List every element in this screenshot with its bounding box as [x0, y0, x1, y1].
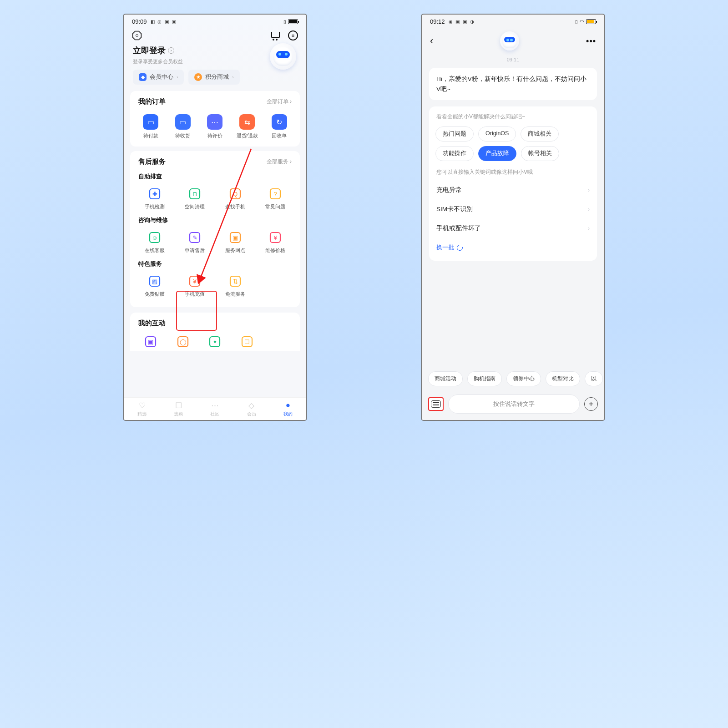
refresh-button[interactable]: 换一批 [435, 238, 591, 253]
more-button[interactable]: ••• [586, 36, 596, 46]
chevron-right-icon: › [588, 206, 590, 212]
sub-consult: 咨询与维修 [135, 216, 295, 230]
question-item[interactable]: 充电异常› [435, 181, 591, 200]
card-service: 售后服务 全部服务 › 自助排查 ✚ 手机检测 ⊓ 空间清理 Q 查找手机 ? [130, 151, 300, 307]
order-item[interactable]: ▭ 待收货 [167, 112, 199, 141]
nav-label: 社区 [210, 411, 219, 417]
plus-button[interactable]: + [584, 397, 598, 411]
service-item[interactable]: ¥ 维修价格 [255, 230, 295, 255]
service-icon: ? [269, 187, 282, 200]
svg-text:?: ? [273, 191, 277, 197]
pill-points[interactable]: ★ 积分商城› [188, 70, 239, 85]
quick-chip[interactable]: 以 [585, 371, 603, 386]
interact-title: 我的互动 [138, 319, 166, 328]
question-item[interactable]: 手机或配件坏了› [435, 219, 591, 238]
message-icon[interactable]: ≡ [288, 30, 298, 40]
voice-input[interactable]: 按住说话转文字 [448, 394, 580, 414]
input-bar: 按住说话转文字 + [422, 391, 604, 420]
svg-text:✚: ✚ [152, 191, 157, 197]
category-chip[interactable]: 产品故障 [478, 146, 516, 161]
nav-label: 我的 [283, 411, 293, 417]
orders-all-link[interactable]: 全部订单 › [267, 98, 292, 106]
order-icon: ⇆ [239, 114, 255, 130]
order-item[interactable]: ▭ 待付款 [135, 112, 167, 141]
category-chip[interactable]: OriginOS [478, 126, 516, 142]
service-item[interactable]: ⇅ 免流服务 [215, 273, 255, 299]
chevron-right-icon: › [168, 47, 174, 54]
category-chip[interactable]: 商城相关 [521, 126, 559, 142]
category-chip[interactable]: 帐号相关 [521, 146, 559, 161]
service-item[interactable]: ▨ 免费贴膜 [135, 273, 175, 299]
status-time-2: 09:12 [430, 18, 445, 25]
keyboard-icon [431, 400, 441, 408]
star-icon: ★ [194, 73, 202, 81]
sub-selfcheck: 自助排查 [135, 172, 295, 186]
nav-item[interactable]: ● 我的 [270, 401, 306, 417]
order-icon: ↻ [272, 114, 287, 130]
status-bar-2: 09:12 ◉ ▣ ▣ ◑ ▯ ◠ [422, 15, 604, 27]
service-item[interactable]: ⊓ 空间清理 [175, 186, 215, 212]
service-item[interactable]: Q 查找手机 [215, 186, 255, 212]
quick-chip[interactable]: 购机指南 [467, 371, 502, 386]
service-item[interactable]: ✎ 申请售后 [175, 230, 215, 255]
service-item[interactable]: ¥ 手机充值 [175, 273, 215, 299]
nav-item[interactable]: ⋯ 社区 [197, 401, 233, 417]
nav-item[interactable]: ♡ 精选 [124, 401, 160, 417]
back-button[interactable]: ‹ [430, 35, 433, 47]
order-label: 待收货 [175, 132, 190, 139]
service-item[interactable]: ✚ 手机检测 [135, 186, 175, 212]
bottom-nav: ♡ 精选 ☐ 选购 ⋯ 社区 ◇ 会员 ● 我的 [124, 397, 306, 420]
service-item[interactable]: ? 常见问题 [255, 186, 295, 212]
category-chip[interactable]: 热门问题 [435, 126, 474, 142]
svg-text:▣: ▣ [148, 339, 153, 345]
nav-item[interactable]: ◇ 会员 [233, 401, 270, 417]
service-icon: ▣ [229, 231, 242, 244]
interact-item[interactable]: ✦ [199, 334, 231, 349]
nav-label: 会员 [247, 411, 256, 417]
settings-icon[interactable] [132, 30, 142, 40]
service-label: 申请售后 [185, 247, 205, 254]
service-item[interactable]: ▣ 服务网点 [215, 230, 255, 255]
nav-label: 选购 [174, 411, 183, 417]
question-item[interactable]: SIM卡不识别› [435, 200, 591, 219]
interact-icon: ✦ [208, 335, 221, 348]
cart-icon[interactable] [271, 31, 281, 40]
interact-icon: ◯ [177, 335, 189, 348]
svg-text:☐: ☐ [244, 339, 250, 345]
svg-text:⊓: ⊓ [192, 191, 197, 197]
orders-title: 我的订单 [138, 97, 166, 106]
svg-text:Q: Q [233, 191, 238, 197]
sim-icon-2: ▯ [575, 19, 578, 24]
order-item[interactable]: ⋯ 待评价 [199, 112, 231, 141]
keyboard-toggle[interactable] [428, 397, 444, 411]
service-item[interactable]: ☺ 在线客服 [135, 230, 175, 255]
service-icon: ▨ [148, 275, 161, 288]
interact-item[interactable]: ◯ [167, 334, 199, 349]
service-all-link[interactable]: 全部服务 › [267, 158, 292, 166]
svg-text:▨: ▨ [152, 278, 157, 285]
interact-item[interactable]: ▣ [135, 334, 167, 349]
service-label: 服务网点 [225, 247, 245, 254]
interact-item[interactable]: ☐ [231, 334, 263, 349]
quick-chip[interactable]: 领券中心 [506, 371, 541, 386]
pill-member[interactable]: ◆ 会员中心› [133, 70, 184, 85]
order-item[interactable]: ↻ 回收单 [263, 112, 295, 141]
login-block: 立即登录› 登录享受更多会员权益 [124, 43, 306, 70]
nav-item[interactable]: ☐ 选购 [160, 401, 197, 417]
svg-text:¥: ¥ [193, 278, 197, 285]
quick-chip[interactable]: 商城活动 [428, 371, 463, 386]
category-chip[interactable]: 功能操作 [435, 146, 474, 161]
card-interact: 我的互动 ▣ ◯ ✦ ☐ [130, 313, 300, 351]
service-label: 常见问题 [265, 203, 285, 210]
order-icon: ▭ [175, 114, 191, 130]
order-label: 待付款 [143, 132, 158, 139]
avatar-robot[interactable] [270, 43, 296, 70]
order-label: 待评价 [207, 132, 222, 139]
wifi-icon: ◠ [580, 19, 584, 25]
sugg-head: 看看全能的小V都能解决什么问题吧~ [435, 113, 591, 121]
service-title: 售后服务 [138, 157, 166, 166]
chat-avatar[interactable] [500, 31, 519, 51]
status-indicators-2: ◉ ▣ ▣ ◑ [449, 19, 475, 24]
order-item[interactable]: ⇆ 退货/退款 [231, 112, 263, 141]
quick-chip[interactable]: 机型对比 [546, 371, 580, 386]
